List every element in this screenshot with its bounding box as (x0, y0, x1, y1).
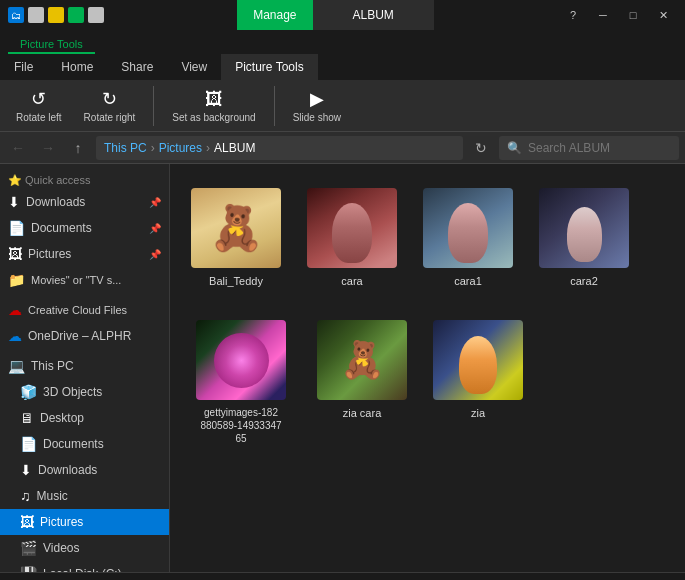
up-button[interactable]: ↑ (66, 136, 90, 160)
sidebar-item-onedrive[interactable]: ☁ OneDrive – ALPHR (0, 323, 169, 349)
sidebar-music-label: Music (37, 489, 162, 503)
tab-view[interactable]: View (167, 54, 221, 80)
manage-tab-title[interactable]: Manage (237, 0, 312, 30)
minimize-button[interactable]: ─ (589, 5, 617, 25)
thumb-gettyimages (196, 320, 286, 400)
system-icon-1: 🗂 (8, 7, 24, 23)
sidebar-item-creative-cloud[interactable]: ☁ Creative Cloud Files (0, 297, 169, 323)
search-input[interactable] (528, 141, 648, 155)
file-item-cara1[interactable]: cara1 (418, 180, 518, 296)
address-bar: ← → ↑ This PC › Pictures › ALBUM ↻ 🔍 (0, 132, 685, 164)
title-bar-system-icons: 🗂 (8, 7, 104, 23)
ribbon-sep-2 (274, 86, 275, 126)
cara2-silhouette (567, 207, 602, 262)
forward-button[interactable]: → (36, 136, 60, 160)
sidebar-item-documents-pc[interactable]: 📄 Documents (0, 431, 169, 457)
view-controls: ≡ ⊞ (629, 577, 675, 581)
tab-picture-tools[interactable]: Picture Tools (221, 54, 317, 80)
ribbon-rotate-right[interactable]: ↻ Rotate right (76, 84, 144, 127)
sidebar-item-movies[interactable]: 📁 Movies" or "TV s... (0, 267, 169, 293)
ribbon-rotate-left[interactable]: ↺ Rotate left (8, 84, 70, 127)
file-item-cara2[interactable]: cara2 (534, 180, 634, 296)
file-item-gettyimages[interactable]: gettyimages-182880589-1493334765 (186, 312, 296, 453)
sidebar-onedrive-label: OneDrive – ALPHR (28, 329, 161, 343)
file-grid: 🧸 Bali_Teddy cara cara1 (186, 180, 669, 453)
sidebar-item-3d-objects[interactable]: 🧊 3D Objects (0, 379, 169, 405)
search-box[interactable]: 🔍 (499, 136, 679, 160)
sidebar-item-this-pc[interactable]: 💻 This PC (0, 353, 169, 379)
file-item-cara[interactable]: cara (302, 180, 402, 296)
sidebar-pictures-label: Pictures (28, 247, 143, 261)
background-icon: 🖼 (205, 89, 223, 110)
slideshow-label: Slide show (293, 112, 341, 123)
breadcrumb-album: ALBUM (214, 141, 255, 155)
tab-home[interactable]: Home (47, 54, 107, 80)
breadcrumb-sep-2: › (206, 141, 210, 155)
sidebar-item-downloads-pc[interactable]: ⬇ Downloads (0, 457, 169, 483)
videos-icon: 🎬 (20, 540, 37, 556)
movies-icon: 📁 (8, 272, 25, 288)
sidebar-videos-label: Videos (43, 541, 161, 555)
rotate-left-icon: ↺ (31, 88, 46, 110)
this-pc-icon: 💻 (8, 358, 25, 374)
help-button[interactable]: ? (559, 5, 587, 25)
ribbon-tabs: File Home Share View Picture Tools (0, 54, 685, 80)
sidebar-item-local-disk-c[interactable]: 💾 Local Disk (C:) (0, 561, 169, 572)
file-name-cara1: cara1 (454, 274, 482, 288)
rotate-left-label: Rotate left (16, 112, 62, 123)
creative-cloud-icon: ☁ (8, 302, 22, 318)
sidebar-3d-objects-label: 3D Objects (43, 385, 161, 399)
sidebar-item-documents-qa[interactable]: 📄 Documents 📌 (0, 215, 169, 241)
sidebar-item-pictures-qa[interactable]: 🖼 Pictures 📌 (0, 241, 169, 267)
file-name-bali-teddy: Bali_Teddy (209, 274, 263, 288)
3d-objects-icon: 🧊 (20, 384, 37, 400)
title-bar: 🗂 Manage ALBUM ? ─ □ ✕ (0, 0, 685, 30)
sidebar-item-downloads-qa[interactable]: ⬇ Downloads 📌 (0, 189, 169, 215)
zia-cara-emoji: 🧸 (340, 339, 385, 381)
breadcrumb-pictures[interactable]: Pictures (159, 141, 202, 155)
slideshow-icon: ▶ (310, 88, 324, 110)
breadcrumb[interactable]: This PC › Pictures › ALBUM (96, 136, 463, 160)
file-content-area: 🧸 Bali_Teddy cara cara1 (170, 164, 685, 572)
ribbon-sep-1 (153, 86, 154, 126)
thumb-cara (307, 188, 397, 268)
file-item-bali-teddy[interactable]: 🧸 Bali_Teddy (186, 180, 286, 296)
status-bar: 7 items | ≡ ⊞ (0, 572, 685, 580)
back-button[interactable]: ← (6, 136, 30, 160)
large-icons-view-button[interactable]: ⊞ (655, 577, 675, 581)
sidebar-local-disk-c-label: Local Disk (C:) (43, 567, 161, 572)
sidebar-item-videos[interactable]: 🎬 Videos (0, 535, 169, 561)
system-icon-5 (88, 7, 104, 23)
pictures-qa-icon: 🖼 (8, 246, 22, 262)
file-item-zia[interactable]: zia (428, 312, 528, 453)
maximize-button[interactable]: □ (619, 5, 647, 25)
sidebar: ⭐ Quick access ⬇ Downloads 📌 📄 Documents… (0, 164, 170, 572)
file-item-zia-cara[interactable]: 🧸 zia cara (312, 312, 412, 453)
local-disk-c-icon: 💾 (20, 566, 37, 572)
sidebar-item-music[interactable]: ♫ Music (0, 483, 169, 509)
details-view-button[interactable]: ≡ (629, 577, 649, 581)
sidebar-this-pc-label: This PC (31, 359, 161, 373)
tab-share[interactable]: Share (107, 54, 167, 80)
teddy-bear-emoji: 🧸 (209, 202, 264, 254)
refresh-button[interactable]: ↻ (469, 136, 493, 160)
music-icon: ♫ (20, 488, 31, 504)
tab-file[interactable]: File (0, 54, 47, 80)
file-name-cara2: cara2 (570, 274, 598, 288)
pictures-pc-icon: 🖼 (20, 514, 34, 530)
breadcrumb-sep-1: › (151, 141, 155, 155)
sidebar-downloads-pc-label: Downloads (38, 463, 161, 477)
system-icon-2 (28, 7, 44, 23)
breadcrumb-thispc[interactable]: This PC (104, 141, 147, 155)
downloads-icon: ⬇ (8, 194, 20, 210)
close-button[interactable]: ✕ (649, 5, 677, 25)
sidebar-item-pictures-pc[interactable]: 🖼 Pictures (0, 509, 169, 535)
ribbon-set-as-background[interactable]: 🖼 Set as background (164, 85, 263, 127)
zia-silhouette (459, 336, 497, 394)
ribbon-slideshow[interactable]: ▶ Slide show (285, 84, 349, 127)
sidebar-documents-label: Documents (31, 221, 143, 235)
sidebar-item-desktop[interactable]: 🖥 Desktop (0, 405, 169, 431)
file-name-zia-cara: zia cara (343, 406, 382, 420)
background-label: Set as background (172, 112, 255, 123)
thumb-zia (433, 320, 523, 400)
